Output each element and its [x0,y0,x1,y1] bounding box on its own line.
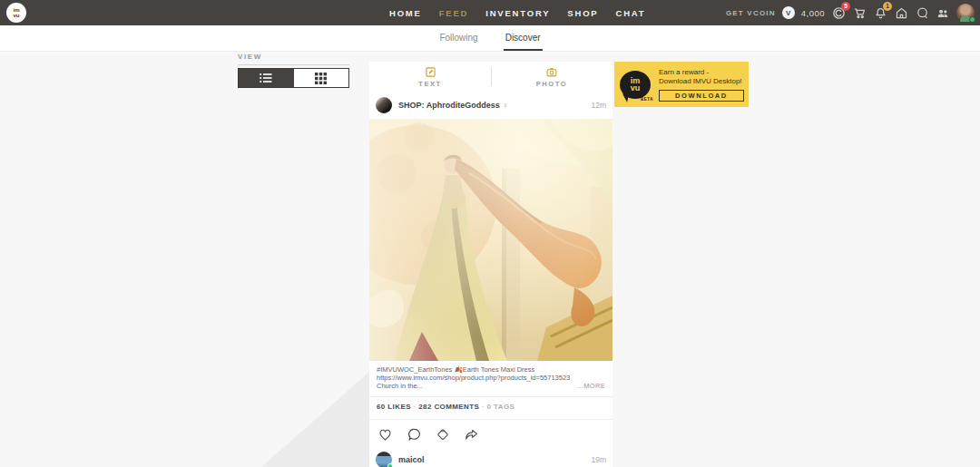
gender-badge-icon: ♀ [503,101,508,110]
notifications-bell-icon[interactable]: 1 [873,5,887,20]
banner-content: Earn a reward - Download IMVU Desktop! D… [659,68,744,102]
compose-photo-button[interactable]: PHOTO [491,62,612,92]
nav-link-chat[interactable]: CHAT [615,8,645,18]
grid-view-button[interactable] [294,69,349,87]
tags-count: 0 TAGS [487,403,515,411]
view-label: VIEW [238,53,349,61]
view-toggle [238,68,349,88]
caption-line: Church in the... [377,382,423,390]
caption-product-link[interactable]: https://www.imvu.com/shop/product.php?pr… [377,374,605,382]
credits-balance[interactable]: 4,000 [801,8,825,18]
cart-icon[interactable] [852,5,867,20]
feed-post: SHOP: AphroditeGoddess♀ 12m [369,92,612,451]
desktop-reward-banner: im vu BETA Earn a reward - Download IMVU… [614,62,749,107]
comments-count[interactable]: 282 COMMENTS [418,403,479,411]
online-status-dot [387,463,393,467]
download-button[interactable]: DOWNLOAD [659,90,744,102]
tab-discover[interactable]: Discover [504,25,543,51]
friends-people-icon[interactable] [936,5,950,20]
comment-icon[interactable] [406,426,423,443]
post-author-avatar[interactable] [376,452,392,467]
tag-icon[interactable] [435,426,451,443]
tab-following[interactable]: Following [437,25,479,51]
get-vcoin-link[interactable]: GET VCOIN [726,9,776,17]
beta-label: BETA [641,96,653,103]
like-heart-icon[interactable] [377,426,394,443]
post-composer: TEXT PHOTO [369,62,612,92]
list-view-icon [259,73,273,83]
view-panel: VIEW [238,53,349,88]
online-status-dot [969,16,975,23]
nav-link-feed[interactable]: FEED [439,8,469,18]
post-author-name[interactable]: maicol [398,455,425,464]
post-timestamp: 12m [591,101,606,110]
post-author-avatar[interactable] [376,97,392,113]
feed-tabstrip: Following Discover [0,25,980,52]
imvu-logo[interactable]: im vu [6,3,26,23]
post-author-name[interactable]: SHOP: AphroditeGoddess♀ [398,101,508,110]
post-header: maicol 19m [369,446,612,467]
credits-badge: 5 [841,2,850,11]
text-post-icon [425,66,436,78]
home-rooms-icon[interactable] [894,5,908,20]
list-view-button[interactable] [239,69,294,87]
grid-view-icon [315,73,327,84]
imvu-beta-logo: im vu BETA [620,71,651,99]
feed-post: maicol 19m [369,446,612,467]
photo-post-icon [545,66,558,78]
notifications-badge: 1 [883,2,892,11]
view-divider [238,64,349,65]
photo-post-label: PHOTO [536,80,568,88]
background-diagonal-decoration [261,372,369,467]
main-nav-links: HOME FEED INVENTORY SHOP CHAT [389,0,645,25]
imvu-logo-text: vu [13,13,19,18]
text-post-label: TEXT [418,80,442,88]
compose-text-button[interactable]: TEXT [369,62,491,92]
top-nav: im vu HOME FEED INVENTORY SHOP CHAT GET … [0,0,980,25]
banner-text-line1: Earn a reward - [659,68,744,77]
vcoin-icon[interactable]: V [782,6,795,19]
chat-bubble-icon[interactable] [915,5,929,20]
banner-text-line2: Download IMVU Desktop! [659,77,744,86]
post-caption: #IMVUWOC_EarthTones 🍂Earth Tones Maxi Dr… [369,361,612,393]
post-timestamp: 19m [591,455,606,464]
post-stats: 60 LIKES · 282 COMMENTS · 0 TAGS [369,397,612,415]
post-image[interactable] [369,119,612,361]
credits-coin-icon[interactable]: 5 [831,5,846,20]
user-avatar[interactable] [956,4,975,22]
nav-utility-area: GET VCOIN V 4,000 5 1 [726,0,975,25]
share-icon[interactable] [463,426,480,443]
nav-link-home[interactable]: HOME [389,8,422,18]
post-header: SHOP: AphroditeGoddess♀ 12m [369,92,612,119]
nav-link-shop[interactable]: SHOP [567,8,598,18]
nav-link-inventory[interactable]: INVENTORY [485,8,550,18]
likes-count[interactable]: 60 LIKES [377,403,411,411]
caption-line: #IMVUWOC_EarthTones 🍂Earth Tones Maxi Dr… [377,365,605,374]
more-link[interactable]: ...MORE [577,382,605,390]
